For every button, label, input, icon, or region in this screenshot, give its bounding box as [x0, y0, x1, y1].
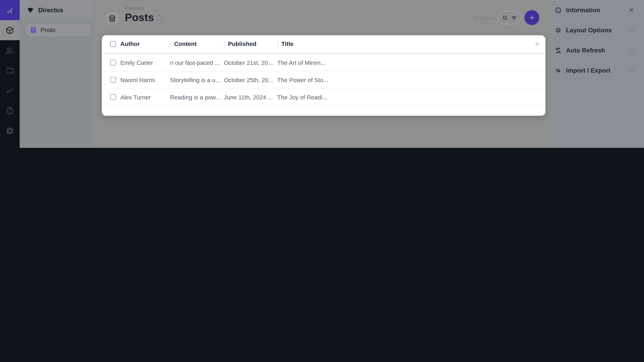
column-header-content[interactable]: Content	[170, 40, 224, 47]
info-sidebar: Information Layout Options Auto Refresh	[549, 0, 644, 148]
plus-icon	[534, 40, 540, 47]
rabbit-logo-icon	[4, 4, 16, 16]
directus-app: Directus Posts Content Posts 3 Items	[0, 0, 644, 148]
module-user-directory[interactable]	[0, 40, 20, 60]
row-checkbox[interactable]	[110, 94, 116, 100]
gear-icon	[5, 126, 14, 135]
cell-published: October 21st, 20...	[224, 59, 277, 66]
select-all-cell	[102, 41, 120, 47]
cell-content: n our fast-paced ...	[170, 59, 224, 66]
chevron-down-icon	[628, 67, 635, 73]
project-fan-icon	[26, 6, 34, 14]
search-icon	[502, 14, 508, 21]
sidebar-section-layout-options[interactable]: Layout Options	[549, 20, 644, 40]
sidebar-section-import-export[interactable]: Import / Export	[549, 60, 644, 80]
help-icon	[5, 106, 14, 115]
module-content[interactable]	[0, 20, 20, 40]
folder-icon	[5, 66, 14, 75]
bookmark-icon	[155, 14, 164, 22]
search-button[interactable]	[502, 14, 508, 21]
page-title: Posts	[125, 11, 154, 23]
create-item-button[interactable]	[524, 10, 539, 25]
filter-icon	[510, 14, 518, 21]
items-count: 3 Items	[475, 15, 494, 21]
cell-title: The Art of Minim...	[277, 59, 330, 66]
sidebar-item-label: Posts	[40, 27, 56, 33]
cell-author: Naomi Harris	[120, 77, 170, 83]
project-header[interactable]: Directus	[20, 0, 94, 20]
module-bar	[0, 0, 20, 148]
select-all-checkbox[interactable]	[110, 41, 116, 47]
sidebar-section-label: Auto Refresh	[566, 47, 624, 54]
page-title-block: Content Posts	[125, 5, 154, 23]
close-icon	[628, 6, 635, 13]
cell-title: The Power of Sto...	[277, 77, 330, 83]
insights-icon	[5, 86, 14, 95]
people-icon	[5, 46, 14, 55]
database-icon	[108, 14, 116, 23]
import-export-icon	[554, 67, 562, 74]
column-header-published[interactable]: Published	[224, 40, 277, 47]
bookmark-button[interactable]	[155, 14, 164, 22]
row-select-cell	[102, 94, 120, 100]
sidebar-section-label: Information	[566, 6, 624, 13]
sidebar-section-auto-refresh[interactable]: Auto Refresh	[549, 40, 644, 60]
database-icon	[30, 26, 37, 34]
cell-published: June 11th, 2024 ...	[224, 94, 277, 100]
cell-author: Emily Carter	[120, 59, 170, 66]
nav-sidebar: Directus Posts	[20, 0, 94, 148]
cell-content: Reading is a pow...	[170, 94, 224, 100]
table-row[interactable]: Emily Carter n our fast-paced ... Octobe…	[102, 54, 546, 71]
layers-icon	[554, 26, 562, 34]
plus-icon	[528, 14, 536, 21]
filter-button[interactable]	[510, 14, 518, 21]
column-header-title[interactable]: Title	[277, 40, 330, 47]
cell-published: October 25th, 20...	[224, 77, 277, 83]
sidebar-section-label: Import / Export	[566, 67, 624, 74]
project-name: Directus	[38, 6, 63, 13]
info-icon	[554, 6, 562, 14]
chevron-down-icon	[628, 27, 635, 33]
cell-author: Alex Turner	[120, 94, 170, 100]
cell-content: Storytelling is a u...	[170, 77, 224, 83]
module-insights[interactable]	[0, 80, 20, 100]
collection-icon-button[interactable]	[105, 11, 119, 25]
directus-logo[interactable]	[0, 0, 20, 20]
column-header-author[interactable]: Author	[120, 40, 170, 47]
module-settings[interactable]	[0, 121, 20, 141]
row-checkbox[interactable]	[110, 59, 116, 66]
sidebar-section-label: Layout Options	[566, 27, 624, 34]
sync-disabled-icon	[554, 46, 562, 54]
sidebar-section-information: Information	[549, 0, 644, 20]
row-checkbox[interactable]	[110, 77, 116, 83]
box-icon	[5, 26, 14, 35]
close-sidebar-button[interactable]	[628, 6, 635, 13]
row-select-cell	[102, 77, 120, 83]
breadcrumb[interactable]: Content	[125, 5, 154, 11]
table-row[interactable]: Alex Turner Reading is a pow... June 11t…	[102, 89, 546, 106]
main-content: Content Posts 3 Items	[94, 0, 548, 148]
items-table-card: Author Content Published Title Emily Car…	[102, 35, 546, 116]
add-field-button[interactable]	[534, 40, 540, 47]
module-documentation[interactable]	[0, 100, 20, 121]
sidebar-item-posts[interactable]: Posts	[26, 24, 90, 36]
table-row[interactable]: Naomi Harris Storytelling is a u... Octo…	[102, 71, 546, 89]
search-filter-pill	[498, 11, 521, 25]
cell-title: The Joy of Readi...	[277, 94, 330, 100]
table-header-row: Author Content Published Title	[102, 35, 546, 54]
row-select-cell	[102, 59, 120, 66]
chevron-down-icon	[628, 47, 635, 53]
module-file-library[interactable]	[0, 60, 20, 80]
